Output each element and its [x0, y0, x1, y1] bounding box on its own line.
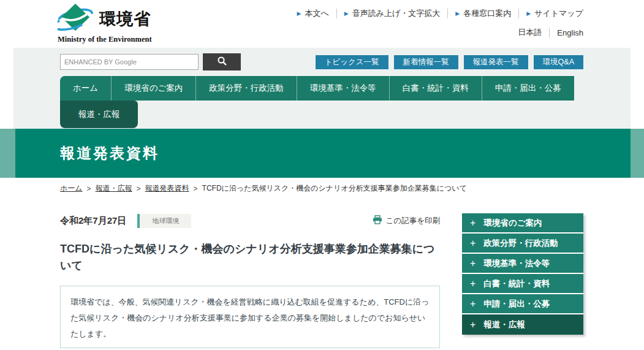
printer-icon [373, 215, 386, 226]
page-title-band: 報道発表資料 [0, 129, 644, 178]
print-article-link[interactable]: この記事を印刷 [373, 215, 440, 226]
breadcrumb-press-pr[interactable]: 報道・広報 [96, 183, 132, 194]
article-meta-row: 令和2年7月27日 地球環境 この記事を印刷 [60, 213, 440, 228]
sidebar-item-policy-fields[interactable]: + 政策分野・行政活動 [462, 234, 583, 254]
topics-list-button[interactable]: トピックス一覧 [316, 55, 388, 69]
breadcrumb-separator: > [137, 185, 141, 193]
article-title: TCFDに沿った気候リスク・機会のシナリオ分析支援事業参加企業募集について [60, 241, 440, 274]
site-header: 環境省 Ministry of the Environment ▶本文へ ▶音声… [0, 0, 644, 48]
page-title: 報道発表資料 [60, 143, 159, 163]
nav-tab-standards-laws[interactable]: 環境基準・法令等 [297, 76, 390, 101]
search-input[interactable] [60, 54, 199, 70]
article-date: 令和2年7月27日 [60, 215, 126, 227]
moe-logo[interactable]: 環境省 Ministry of the Environment [58, 3, 152, 44]
nav-tab-home[interactable]: ホーム [60, 76, 112, 101]
breadcrumb: ホーム > 報道・広報 > 報道発表資料 > TCFDに沿った気候リスク・機会の… [60, 183, 583, 194]
quick-links: トピックス一覧 新着情報一覧 報道発表一覧 環境Q&A [310, 55, 583, 69]
band-right-cap [631, 129, 644, 178]
link-to-main-content[interactable]: ▶本文へ [297, 8, 329, 19]
category-tag: 地球環境 [137, 214, 191, 228]
sidebar-item-whitepapers-stats[interactable]: + 白書・統計・資料 [462, 274, 583, 294]
site-search [60, 53, 241, 70]
article-summary-box: 環境省では、今般、気候関連リスク・機会を経営戦略に織り込む取組を促進するため、T… [60, 286, 440, 348]
link-contact-windows[interactable]: ▶各種窓口案内 [455, 8, 511, 19]
arrow-icon: ▶ [297, 10, 301, 17]
arrow-icon: ▶ [344, 10, 349, 17]
breadcrumb-press-releases[interactable]: 報道発表資料 [145, 183, 189, 194]
moe-logo-icon [58, 3, 93, 35]
sidebar-item-standards-laws[interactable]: + 環境基準・法令等 [462, 254, 583, 274]
search-icon [217, 56, 227, 68]
environment-qa-button[interactable]: 環境Q&A [534, 55, 583, 69]
new-info-list-button[interactable]: 新着情報一覧 [394, 55, 458, 69]
breadcrumb-separator: > [87, 185, 91, 193]
global-nav: ホーム 環境省のご案内 政策分野・行政活動 環境基準・法令等 白書・統計・資料 … [60, 76, 583, 101]
lang-japanese[interactable]: 日本語 [518, 27, 542, 38]
sidebar-item-applications[interactable]: + 申請・届出・公募 [462, 294, 583, 314]
language-switch-row: 日本語 English [297, 27, 583, 38]
nav-tab-whitepapers-stats[interactable]: 白書・統計・資料 [390, 76, 482, 101]
link-audio-textsize[interactable]: ▶音声読み上げ・文字拡大 [344, 8, 441, 19]
arrow-icon: ▶ [455, 10, 460, 17]
breadcrumb-separator: > [194, 185, 198, 193]
plus-icon: + [470, 238, 475, 248]
plus-icon: + [470, 299, 475, 309]
content-area: ホーム > 報道・広報 > 報道発表資料 > TCFDに沿った気候リスク・機会の… [60, 183, 583, 348]
nav-tab-about-moe[interactable]: 環境省のご案内 [112, 76, 196, 101]
sidebar: + 環境省のご案内 + 政策分野・行政活動 + 環境基準・法令等 + 白書・統計… [462, 213, 583, 348]
press-release-list-button[interactable]: 報道発表一覧 [464, 55, 528, 69]
nav-tab-policy-fields[interactable]: 政策分野・行政活動 [196, 76, 297, 101]
arrow-icon: ▶ [526, 10, 531, 17]
divider [336, 9, 337, 18]
breadcrumb-current-page: TCFDに沿った気候リスク・機会のシナリオ分析支援事業参加企業募集について [202, 183, 467, 194]
search-nav-band: トピックス一覧 新着情報一覧 報道発表一覧 環境Q&A ホーム 環境省のご案内 … [13, 48, 631, 129]
plus-icon: + [470, 279, 475, 289]
header-utility: ▶本文へ ▶音声読み上げ・文字拡大 ▶各種窓口案内 ▶サイトマップ 日本語 En… [297, 8, 583, 38]
nav-tab-applications[interactable]: 申請・届出・公募 [482, 76, 574, 101]
band-center: 報道発表資料 [15, 129, 631, 178]
article-column: 令和2年7月27日 地球環境 この記事を印刷 TCFDに沿った気候リスク・機会の… [60, 213, 440, 348]
breadcrumb-home[interactable]: ホーム [60, 183, 83, 194]
utility-links-row: ▶本文へ ▶音声読み上げ・文字拡大 ▶各種窓口案内 ▶サイトマップ [297, 8, 583, 19]
site-subtitle: Ministry of the Environment [58, 35, 152, 44]
divider [549, 28, 550, 37]
lang-english[interactable]: English [557, 28, 583, 37]
site-title: 環境省 [99, 8, 151, 30]
plus-icon: + [470, 259, 475, 268]
sidebar-item-about-moe[interactable]: + 環境省のご案内 [462, 213, 583, 234]
link-sitemap[interactable]: ▶サイトマップ [526, 8, 583, 19]
nav-tab-press-pr-active[interactable]: 報道・広報 [60, 101, 138, 128]
plus-icon: + [470, 320, 475, 330]
plus-icon: + [470, 218, 475, 228]
sidebar-item-press-pr[interactable]: + 報道・広報 [462, 314, 583, 335]
search-button[interactable] [203, 53, 241, 70]
band-left-cap [0, 129, 15, 178]
divider [447, 9, 448, 18]
divider [518, 9, 519, 18]
global-nav-second-row: 報道・広報 [60, 101, 583, 128]
article-summary-text: 環境省では、今般、気候関連リスク・機会を経営戦略に織り込む取組を促進するため、T… [70, 297, 430, 338]
